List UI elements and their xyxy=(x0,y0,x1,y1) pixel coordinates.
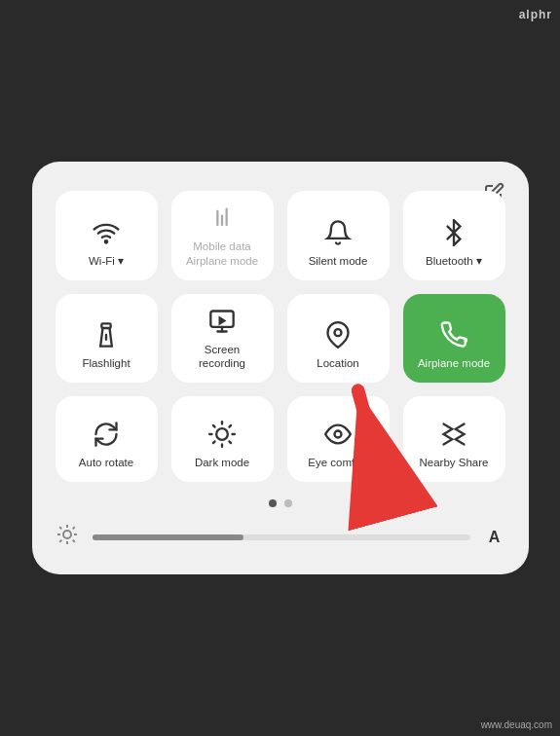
dot-2[interactable] xyxy=(284,499,292,507)
flashlight-icon xyxy=(91,319,122,350)
quick-settings-panel: Wi-Fi ▾ Mobile data Airplane mode Silent… xyxy=(32,162,529,575)
tile-location[interactable]: Location xyxy=(287,294,390,384)
svg-line-18 xyxy=(229,425,231,427)
wifi-label: Wi-Fi ▾ xyxy=(89,254,124,269)
brightness-row: A xyxy=(56,523,505,551)
svg-line-28 xyxy=(72,540,74,542)
svg-point-22 xyxy=(63,531,71,538)
screen-icon xyxy=(206,306,238,337)
tile-rotate[interactable]: Auto rotate xyxy=(56,396,158,482)
airplane-label: Airplane mode xyxy=(418,356,490,371)
svg-line-27 xyxy=(59,528,61,530)
svg-line-29 xyxy=(59,540,61,542)
dark-icon xyxy=(206,419,238,450)
tile-flashlight[interactable]: Flashlight xyxy=(56,294,158,384)
tile-eye[interactable]: Eye comfort xyxy=(287,396,390,482)
quick-settings-grid: Wi-Fi ▾ Mobile data Airplane mode Silent… xyxy=(56,191,505,483)
tile-airplane[interactable]: Airplane mode xyxy=(403,294,505,384)
mobile-icon xyxy=(206,202,238,234)
nearby-label: Nearby Share xyxy=(420,456,489,470)
bluetooth-icon xyxy=(438,217,469,248)
flashlight-label: Flashlight xyxy=(82,356,130,371)
mobile-label: Mobile data Airplane mode xyxy=(186,239,258,269)
brightness-slider[interactable] xyxy=(93,534,470,540)
tile-nearby[interactable]: Nearby Share xyxy=(403,396,505,482)
tile-bluetooth[interactable]: Bluetooth ▾ xyxy=(403,191,505,280)
airplane-icon xyxy=(438,319,469,350)
dark-label: Dark mode xyxy=(195,456,249,470)
location-label: Location xyxy=(317,356,358,371)
watermark-bottom: www.deuaq.com xyxy=(481,719,552,730)
auto-brightness-label: A xyxy=(484,529,505,546)
tile-screen[interactable]: Screen recording xyxy=(171,294,274,384)
rotate-label: Auto rotate xyxy=(79,456,133,470)
silent-label: Silent mode xyxy=(309,254,368,269)
tile-dark[interactable]: Dark mode xyxy=(171,396,274,482)
svg-point-10 xyxy=(216,429,228,441)
svg-line-30 xyxy=(72,528,74,530)
brightness-icon xyxy=(56,523,79,551)
rotate-icon xyxy=(91,419,122,450)
dot-1[interactable] xyxy=(269,499,277,507)
bluetooth-label: Bluetooth ▾ xyxy=(426,254,482,269)
brightness-slider-fill xyxy=(93,534,243,540)
svg-point-19 xyxy=(335,431,342,438)
page-dots xyxy=(56,499,505,507)
svg-point-0 xyxy=(105,240,107,242)
nearby-icon xyxy=(438,419,469,450)
watermark-top: alphr xyxy=(519,8,552,21)
eye-label: Eye comfort xyxy=(308,456,367,470)
tile-wifi[interactable]: Wi-Fi ▾ xyxy=(56,191,158,280)
svg-line-14 xyxy=(229,442,231,444)
tile-silent[interactable]: Silent mode xyxy=(287,191,390,280)
eye-icon xyxy=(322,419,354,450)
svg-line-13 xyxy=(213,425,215,427)
location-icon xyxy=(322,319,354,350)
svg-point-9 xyxy=(335,330,342,337)
svg-line-17 xyxy=(213,442,215,444)
tile-mobile[interactable]: Mobile data Airplane mode xyxy=(171,191,274,280)
screen-label: Screen recording xyxy=(199,343,245,372)
silent-icon xyxy=(322,217,354,248)
wifi-icon xyxy=(91,217,122,248)
